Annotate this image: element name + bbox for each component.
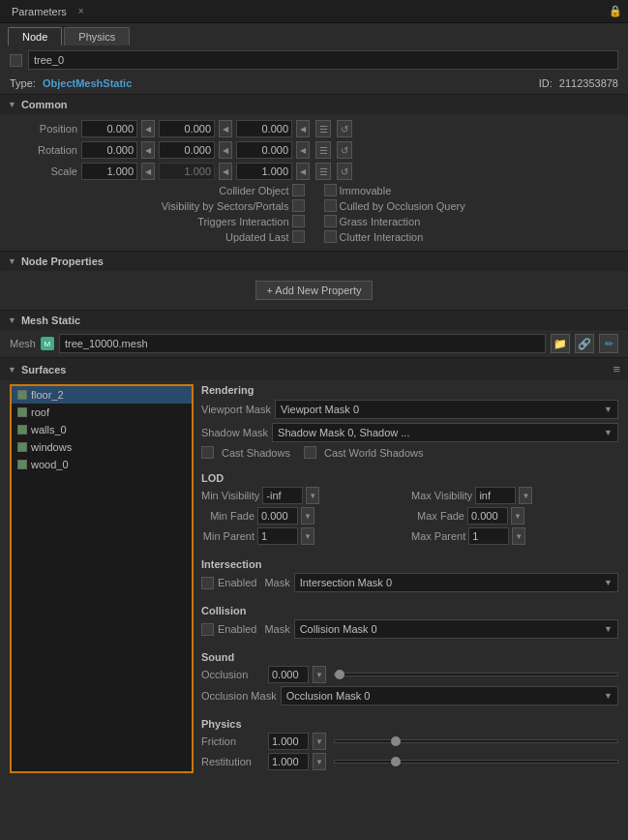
position-reset-btn[interactable]: ↺ bbox=[337, 120, 352, 137]
max-visibility-btn[interactable]: ▼ bbox=[519, 487, 532, 504]
surfaces-list[interactable]: floor_2 roof walls_0 windows wood_0 bbox=[10, 384, 194, 773]
min-visibility-input[interactable] bbox=[262, 487, 303, 504]
position-y-input[interactable] bbox=[159, 120, 215, 137]
restitution-btn[interactable]: ▼ bbox=[313, 753, 326, 770]
rotation-z-input[interactable] bbox=[236, 141, 292, 159]
rotation-y-btn[interactable]: ◀ bbox=[219, 141, 232, 159]
culled-occlusion-checkbox[interactable] bbox=[324, 199, 337, 212]
rotation-x-btn[interactable]: ◀ bbox=[141, 141, 155, 159]
grass-interaction-label: Grass Interaction bbox=[324, 215, 421, 227]
max-parent-input[interactable] bbox=[468, 527, 509, 545]
viewport-mask-row: Viewport Mask Viewport Mask 0 ▼ bbox=[201, 400, 618, 419]
collision-mask-label: Mask bbox=[264, 623, 289, 635]
grass-interaction-checkbox[interactable] bbox=[324, 215, 337, 227]
node-properties-section-header[interactable]: ▼ Node Properties bbox=[0, 251, 628, 271]
position-z-input[interactable] bbox=[236, 120, 292, 137]
max-parent-btn[interactable]: ▼ bbox=[512, 527, 525, 545]
mesh-type-icon: M bbox=[41, 337, 54, 350]
mesh-link-button[interactable]: 🔗 bbox=[575, 334, 594, 353]
rotation-row: Rotation ◀ ◀ ◀ ☰ ↺ bbox=[10, 141, 618, 159]
restitution-slider[interactable] bbox=[334, 760, 618, 764]
scale-x-btn[interactable]: ◀ bbox=[141, 163, 155, 180]
rotation-y-input[interactable] bbox=[159, 141, 215, 159]
surface-item-walls0[interactable]: walls_0 bbox=[12, 421, 192, 438]
rotation-z-btn[interactable]: ◀ bbox=[296, 141, 310, 159]
grass-interaction-item: Grass Interaction bbox=[314, 215, 619, 227]
node-name-input[interactable] bbox=[28, 50, 618, 70]
mesh-static-arrow-icon: ▼ bbox=[8, 315, 16, 325]
mesh-edit-button[interactable]: ✏ bbox=[599, 334, 618, 353]
scale-reset-btn[interactable]: ↺ bbox=[337, 163, 352, 180]
scale-y-input[interactable] bbox=[159, 163, 215, 180]
intersection-enabled-checkbox[interactable] bbox=[201, 577, 214, 589]
mesh-path-input[interactable] bbox=[59, 334, 546, 353]
collision-enabled-checkbox[interactable] bbox=[201, 623, 214, 636]
restitution-input[interactable] bbox=[268, 753, 309, 770]
max-visibility-label: Max Visibility bbox=[411, 490, 472, 501]
surface-item-floor2[interactable]: floor_2 bbox=[12, 386, 192, 404]
surfaces-menu-icon[interactable]: ≡ bbox=[613, 362, 620, 376]
add-new-property-button[interactable]: + Add New Property bbox=[255, 281, 372, 300]
occlusion-btn[interactable]: ▼ bbox=[313, 666, 326, 683]
checkboxes-grid: Collider Object Immovable Visibility by … bbox=[10, 184, 618, 243]
rotation-menu-btn[interactable]: ☰ bbox=[315, 141, 331, 159]
surface-item-windows[interactable]: windows bbox=[12, 438, 192, 456]
scale-z-input[interactable] bbox=[236, 163, 292, 180]
clutter-interaction-label: Clutter Interaction bbox=[324, 230, 424, 243]
min-fade-input[interactable] bbox=[257, 507, 298, 525]
position-menu-btn[interactable]: ☰ bbox=[315, 120, 331, 137]
rotation-reset-btn[interactable]: ↺ bbox=[337, 141, 352, 159]
triggers-interaction-checkbox[interactable] bbox=[292, 215, 305, 227]
surfaces-section-header[interactable]: ▼ Surfaces ≡ bbox=[0, 357, 628, 380]
position-z-btn[interactable]: ◀ bbox=[296, 120, 310, 137]
max-fade-btn[interactable]: ▼ bbox=[511, 507, 524, 525]
immovable-label: Immovable bbox=[324, 184, 392, 196]
max-visibility-input[interactable] bbox=[475, 487, 516, 504]
clutter-interaction-checkbox[interactable] bbox=[324, 230, 337, 243]
occlusion-mask-value: Occlusion Mask 0 bbox=[286, 690, 371, 702]
friction-btn[interactable]: ▼ bbox=[313, 733, 326, 750]
surface-item-roof[interactable]: roof bbox=[12, 404, 192, 421]
lod-group: LOD Min Visibility ▼ Max Visibility ▼ Mi… bbox=[201, 468, 618, 549]
scale-x-input[interactable] bbox=[81, 163, 137, 180]
mesh-static-section-header[interactable]: ▼ Mesh Static bbox=[0, 310, 628, 330]
mesh-folder-button[interactable]: 📁 bbox=[551, 334, 570, 353]
min-fade-btn[interactable]: ▼ bbox=[301, 507, 314, 525]
cast-shadows-checkbox[interactable] bbox=[201, 446, 214, 459]
occlusion-input[interactable] bbox=[268, 666, 309, 683]
scale-z-btn[interactable]: ◀ bbox=[296, 163, 310, 180]
occlusion-slider[interactable] bbox=[334, 673, 618, 676]
rotation-x-input[interactable] bbox=[81, 141, 137, 159]
node-visible-checkbox[interactable] bbox=[10, 54, 22, 67]
friction-input[interactable] bbox=[268, 733, 309, 750]
visibility-sectors-checkbox[interactable] bbox=[292, 199, 305, 212]
min-visibility-btn[interactable]: ▼ bbox=[306, 487, 319, 504]
surface-item-wood0[interactable]: wood_0 bbox=[12, 456, 192, 473]
scale-y-btn[interactable]: ◀ bbox=[219, 163, 232, 180]
shadow-mask-dropdown[interactable]: Shadow Mask 0, Shadow ... ▼ bbox=[272, 423, 618, 442]
lod-title: LOD bbox=[201, 472, 618, 484]
tab-node[interactable]: Node bbox=[8, 27, 62, 45]
collision-group: Collision Enabled Mask Collision Mask 0 … bbox=[201, 601, 618, 642]
physics-group: Physics Friction ▼ Restitution ▼ bbox=[201, 714, 618, 773]
collision-mask-dropdown[interactable]: Collision Mask 0 ▼ bbox=[294, 619, 618, 639]
occlusion-mask-dropdown[interactable]: Occlusion Mask 0 ▼ bbox=[281, 686, 618, 705]
position-x-btn[interactable]: ◀ bbox=[141, 120, 155, 137]
tab-close-button[interactable]: × bbox=[78, 6, 84, 16]
scale-menu-btn[interactable]: ☰ bbox=[315, 163, 331, 180]
intersection-enabled-label: Enabled bbox=[218, 577, 256, 588]
max-fade-input[interactable] bbox=[467, 507, 508, 525]
tab-physics[interactable]: Physics bbox=[64, 27, 130, 45]
collider-object-checkbox[interactable] bbox=[292, 184, 305, 196]
common-section-header[interactable]: ▼ Common bbox=[0, 94, 628, 114]
viewport-mask-dropdown[interactable]: Viewport Mask 0 ▼ bbox=[275, 400, 618, 419]
updated-last-checkbox[interactable] bbox=[292, 230, 305, 243]
min-parent-btn[interactable]: ▼ bbox=[301, 527, 314, 545]
min-parent-input[interactable] bbox=[257, 527, 298, 545]
immovable-checkbox[interactable] bbox=[324, 184, 337, 196]
position-x-input[interactable] bbox=[81, 120, 137, 137]
friction-slider[interactable] bbox=[334, 739, 618, 743]
intersection-mask-dropdown[interactable]: Intersection Mask 0 ▼ bbox=[294, 573, 618, 592]
cast-world-shadows-checkbox[interactable] bbox=[304, 446, 316, 459]
position-y-btn[interactable]: ◀ bbox=[219, 120, 232, 137]
